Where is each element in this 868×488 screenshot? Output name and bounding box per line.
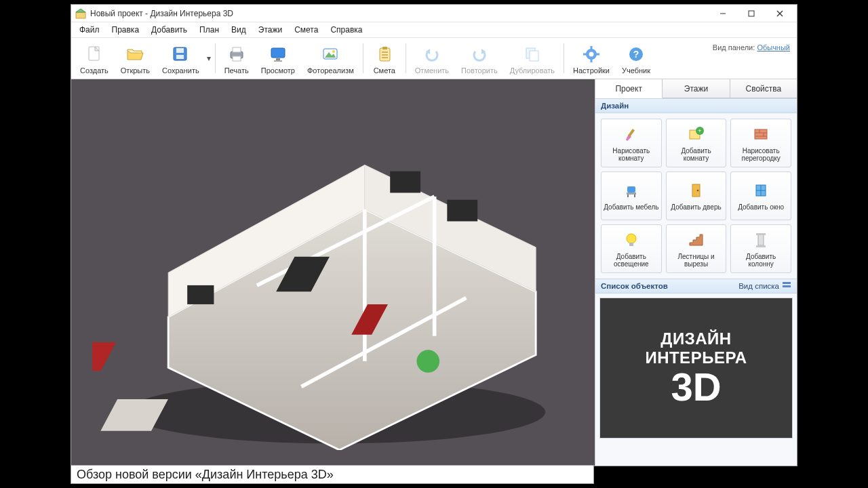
svg-rect-28 xyxy=(530,51,538,61)
svg-rect-76 xyxy=(783,282,791,284)
menu-add[interactable]: Добавить xyxy=(146,24,193,36)
panel-mode-link[interactable]: Обычный xyxy=(757,43,790,52)
close-button[interactable] xyxy=(766,5,794,22)
tab-floors[interactable]: Этажи xyxy=(663,79,730,98)
draw-partition-button[interactable]: Нарисовать перегородку xyxy=(730,119,791,167)
side-tabs: Проект Этажи Свойства xyxy=(595,79,797,98)
list-view-toggle[interactable] xyxy=(782,281,791,291)
svg-rect-72 xyxy=(629,243,633,246)
photo-icon xyxy=(320,44,340,64)
svg-rect-74 xyxy=(756,233,766,235)
svg-point-49 xyxy=(416,350,439,373)
svg-rect-0 xyxy=(76,12,85,18)
menu-estimate[interactable]: Смета xyxy=(289,24,323,36)
svg-marker-1 xyxy=(76,9,85,12)
svg-rect-75 xyxy=(756,245,766,247)
file-new-icon xyxy=(84,44,104,64)
svg-rect-9 xyxy=(176,48,184,53)
minimize-button[interactable] xyxy=(709,5,737,22)
svg-rect-62 xyxy=(627,186,635,192)
print-button[interactable]: Печать xyxy=(218,39,255,77)
title-bar: Новый проект - Дизайн Интерьера 3D xyxy=(71,5,797,22)
viewport-3d[interactable] xyxy=(71,79,595,466)
duplicate-button[interactable]: Дублировать xyxy=(504,39,561,77)
svg-rect-12 xyxy=(233,47,241,52)
app-icon xyxy=(75,8,86,19)
photoreal-button[interactable]: Фотореализм xyxy=(301,39,360,77)
menu-view[interactable]: Вид xyxy=(226,24,252,36)
maximize-button[interactable] xyxy=(737,5,766,22)
brick-wall-icon xyxy=(751,124,771,144)
add-lighting-button[interactable]: Добавить освещение xyxy=(601,224,662,273)
svg-rect-50 xyxy=(390,171,420,192)
preview-button[interactable]: Просмотр xyxy=(255,39,301,77)
add-column-button[interactable]: Добавить колонну xyxy=(730,224,791,273)
save-dropdown[interactable]: ▾ xyxy=(205,39,212,77)
menu-floors[interactable]: Этажи xyxy=(253,24,288,36)
window-icon xyxy=(751,180,771,201)
svg-point-67 xyxy=(697,190,699,192)
tab-project[interactable]: Проект xyxy=(595,79,663,98)
window-title: Новый проект - Дизайн Интерьера 3D xyxy=(90,9,233,18)
menu-help[interactable]: Справка xyxy=(325,24,368,36)
create-button[interactable]: Создать xyxy=(74,39,115,77)
svg-rect-13 xyxy=(233,56,241,61)
undo-icon xyxy=(422,44,442,64)
add-window-button[interactable]: Добавить окно xyxy=(730,171,791,220)
toolbar: Создать Открыть Сохранить ▾ Печать Прос xyxy=(71,37,797,79)
bulb-icon xyxy=(621,230,642,250)
add-door-button[interactable]: Добавить дверь xyxy=(666,171,727,220)
tutorial-button[interactable]: ? Учебник xyxy=(616,39,656,77)
menu-edit[interactable]: Правка xyxy=(106,24,145,36)
svg-rect-6 xyxy=(89,47,99,60)
room-plus-icon: + xyxy=(686,124,706,144)
svg-rect-31 xyxy=(591,46,593,49)
svg-rect-15 xyxy=(276,58,280,60)
monitor-icon xyxy=(268,44,288,64)
gear-icon xyxy=(581,44,601,64)
svg-rect-73 xyxy=(758,235,764,245)
folder-open-icon xyxy=(125,44,145,64)
save-button[interactable]: Сохранить xyxy=(156,39,205,77)
svg-point-30 xyxy=(589,52,594,57)
svg-rect-66 xyxy=(692,184,700,197)
add-room-button[interactable]: + Добавить комнату xyxy=(666,119,727,167)
settings-button[interactable]: Настройки xyxy=(567,39,616,77)
svg-rect-14 xyxy=(271,48,285,58)
draw-room-button[interactable]: Нарисовать комнату xyxy=(601,119,662,167)
tab-properties[interactable]: Свойства xyxy=(730,79,797,98)
list-view-label: Вид списка xyxy=(738,282,779,290)
menu-file[interactable]: Файл xyxy=(74,24,105,36)
svg-rect-57 xyxy=(755,129,767,139)
door-icon xyxy=(686,180,706,201)
column-icon xyxy=(751,230,771,250)
printer-icon xyxy=(226,44,247,64)
promo-block: ДИЗАЙН ИНТЕРЬЕРА 3D xyxy=(599,298,793,439)
save-icon xyxy=(170,44,191,64)
undo-button[interactable]: Отменить xyxy=(409,39,455,77)
menu-plan[interactable]: План xyxy=(194,24,224,36)
objects-header: Список объектов Вид списка xyxy=(595,279,797,293)
add-stairs-button[interactable]: Лестницы и вырезы xyxy=(666,224,727,273)
svg-point-71 xyxy=(627,234,636,243)
menu-bar: Файл Правка Добавить План Вид Этажи Смет… xyxy=(71,22,797,37)
help-icon: ? xyxy=(626,44,646,64)
design-header: Дизайн xyxy=(595,98,797,113)
design-grid: Нарисовать комнату + Добавить комнату На… xyxy=(595,113,797,279)
svg-rect-21 xyxy=(382,47,387,49)
svg-rect-33 xyxy=(583,54,587,56)
svg-point-19 xyxy=(332,50,335,53)
svg-rect-3 xyxy=(749,11,754,16)
app-window: Новый проект - Дизайн Интерьера 3D Файл … xyxy=(71,4,797,466)
redo-button[interactable]: Повторить xyxy=(455,39,504,77)
open-button[interactable]: Открыть xyxy=(115,39,156,77)
svg-text:?: ? xyxy=(633,49,639,60)
panel-mode: Вид панели: Обычный xyxy=(713,43,790,52)
redo-icon xyxy=(469,44,490,64)
add-furniture-button[interactable]: Добавить мебель xyxy=(601,171,662,220)
svg-rect-34 xyxy=(596,54,599,56)
stairs-icon xyxy=(686,230,706,250)
estimate-button[interactable]: Смета xyxy=(366,39,403,77)
svg-rect-10 xyxy=(176,55,184,59)
svg-rect-51 xyxy=(447,200,477,222)
